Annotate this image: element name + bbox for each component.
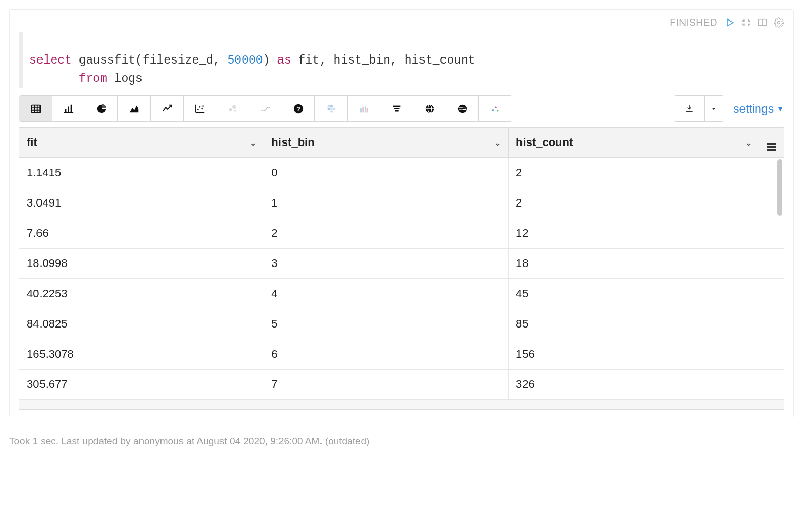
chevron-down-icon: ⌄ — [494, 138, 501, 148]
code-editor[interactable]: select gaussfit(filesize_d, 50000) as fi… — [10, 28, 793, 95]
paragraph-header: FINISHED — [10, 10, 793, 28]
cell: 305.677 — [19, 370, 264, 400]
viz-cluster-button[interactable] — [479, 96, 512, 121]
svg-point-14 — [199, 106, 200, 108]
svg-point-13 — [197, 109, 198, 111]
chevron-down-icon: ⌄ — [250, 138, 256, 148]
table-body: 1.141502 3.049112 7.66212 18.0998318 40.… — [19, 158, 784, 400]
download-button[interactable] — [674, 96, 704, 121]
viz-trend-button[interactable] — [249, 96, 282, 121]
cell: 85 — [509, 309, 784, 339]
viz-pie-button[interactable] — [85, 96, 118, 121]
run-icon[interactable] — [725, 17, 735, 28]
horizontal-scrollbar[interactable] — [19, 400, 784, 409]
sql-number: 50000 — [228, 54, 263, 67]
svg-point-41 — [497, 110, 499, 112]
download-caret[interactable] — [704, 96, 724, 121]
column-header-hist-bin[interactable]: hist_bin⌄ — [264, 128, 509, 158]
svg-rect-29 — [362, 107, 364, 113]
viz-scatter-button[interactable] — [184, 96, 216, 121]
svg-point-39 — [492, 109, 494, 111]
svg-rect-8 — [68, 107, 69, 113]
header-controls — [725, 17, 784, 28]
svg-rect-33 — [394, 108, 399, 109]
viz-globe2-button[interactable] — [446, 96, 479, 121]
hamburger-icon — [759, 143, 784, 151]
svg-rect-27 — [330, 111, 333, 113]
column-header-hist-count[interactable]: hist_count⌄ — [509, 128, 759, 158]
svg-point-1 — [778, 22, 780, 24]
column-header-fit[interactable]: fit⌄ — [19, 128, 264, 158]
viz-funnel-button[interactable] — [380, 96, 413, 121]
sql-ident: hist_bin — [334, 54, 390, 67]
cell: 156 — [509, 339, 784, 370]
table-row: 40.2253445 — [19, 279, 784, 309]
table-header-row: fit⌄ hist_bin⌄ hist_count⌄ — [19, 128, 784, 158]
svg-rect-24 — [327, 108, 330, 110]
svg-rect-42 — [686, 111, 692, 112]
viz-area-button[interactable] — [118, 96, 151, 121]
cell: 18 — [509, 249, 784, 279]
cell: 45 — [509, 279, 784, 309]
svg-rect-32 — [393, 106, 400, 107]
table-row: 3.049112 — [19, 188, 784, 218]
sql-keyword: from — [79, 72, 107, 86]
table-row: 165.30786156 — [19, 339, 784, 370]
sql-table: logs — [114, 72, 143, 86]
svg-point-18 — [232, 105, 236, 109]
book-icon[interactable] — [757, 17, 768, 28]
table-row: 7.66212 — [19, 218, 784, 249]
svg-rect-31 — [366, 108, 368, 112]
cell: 3 — [264, 249, 509, 279]
sql-keyword: select — [29, 54, 72, 67]
gear-icon[interactable] — [774, 17, 784, 28]
cell: 1.1415 — [19, 158, 264, 188]
svg-marker-43 — [712, 108, 716, 110]
svg-rect-28 — [360, 108, 362, 112]
cell: 7.66 — [19, 218, 264, 249]
svg-rect-25 — [330, 108, 333, 110]
viz-table-button[interactable] — [19, 96, 52, 121]
sql-ident: hist_count — [405, 54, 475, 67]
viz-type-group: ? — [19, 95, 512, 122]
svg-rect-2 — [31, 105, 40, 113]
svg-point-40 — [495, 107, 497, 109]
viz-globe-button[interactable] — [413, 96, 446, 121]
viz-line-button[interactable] — [151, 96, 184, 121]
notebook-paragraph: FINISHED — [9, 9, 794, 417]
sql-function: gaussfit — [79, 54, 135, 67]
svg-text:?: ? — [296, 105, 300, 113]
settings-label: settings — [733, 102, 774, 116]
editor-gutter — [19, 32, 23, 88]
chevron-down-icon: ⌄ — [745, 138, 752, 148]
column-label: hist_bin — [271, 136, 314, 149]
sql-keyword: as — [277, 54, 291, 67]
svg-rect-23 — [330, 105, 333, 108]
cell: 3.0491 — [19, 188, 264, 218]
column-label: fit — [27, 136, 37, 149]
cell: 2 — [509, 188, 784, 218]
cell: 84.0825 — [19, 309, 264, 339]
svg-point-19 — [234, 110, 236, 112]
column-label: hist_count — [516, 136, 573, 149]
svg-point-16 — [202, 105, 204, 107]
download-group — [674, 95, 724, 122]
cell: 12 — [509, 218, 784, 249]
cell: 326 — [509, 370, 784, 400]
table-menu-button[interactable] — [759, 128, 784, 158]
cell: 7 — [264, 370, 509, 400]
vertical-scrollbar[interactable] — [777, 159, 782, 216]
settings-link[interactable]: settings ▼ — [733, 102, 784, 116]
svg-point-17 — [229, 108, 232, 111]
viz-help-button[interactable]: ? — [282, 96, 315, 121]
svg-rect-22 — [327, 105, 330, 108]
viz-bar-button[interactable] — [52, 96, 85, 121]
collapse-icon[interactable] — [741, 17, 751, 28]
viz-bubble-button[interactable] — [216, 96, 249, 121]
svg-rect-34 — [395, 110, 398, 112]
cell: 6 — [264, 339, 509, 370]
viz-heatmap-button[interactable] — [315, 96, 348, 121]
table-row: 1.141502 — [19, 158, 784, 188]
sql-ident: filesize_d — [143, 54, 213, 67]
viz-multibar-button[interactable] — [348, 96, 380, 121]
